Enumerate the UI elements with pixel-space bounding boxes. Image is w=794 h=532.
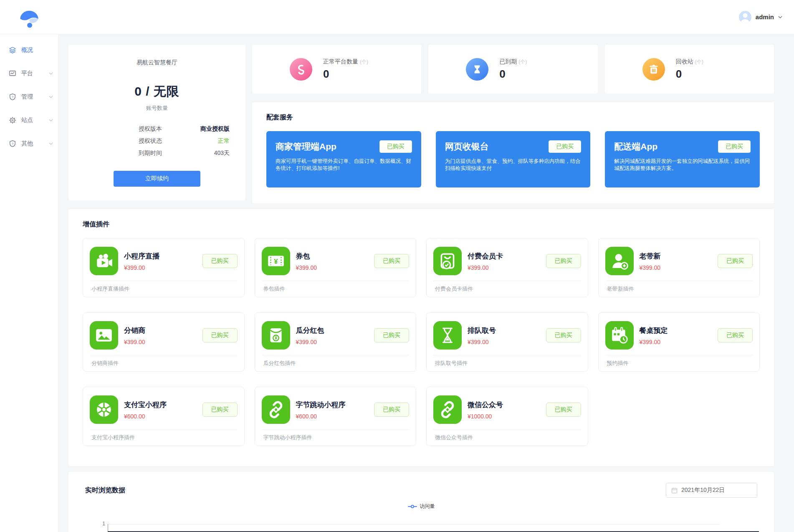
sidebar-item-overview[interactable]: 概况 bbox=[0, 38, 58, 62]
purchased-button[interactable]: 已购买 bbox=[718, 254, 753, 268]
coupon-icon: ¥ bbox=[262, 247, 290, 275]
plugin-footer: 小程序直播插件 bbox=[90, 281, 238, 293]
plugins-title: 增值插件 bbox=[83, 220, 760, 229]
stat-value: 0 bbox=[499, 68, 527, 81]
purchased-button[interactable]: 已购买 bbox=[202, 403, 238, 417]
analytics-panel: 实时浏览数据 2021年10月22日 访问量 1 bbox=[68, 472, 774, 532]
chevron-down-icon bbox=[49, 96, 53, 98]
plugin-footer: 微信公众号插件 bbox=[433, 429, 581, 441]
plugin-footer: 分销商插件 bbox=[90, 355, 238, 367]
plugin-card-member-card: 付费会员卡 ¥399.00 已购买 付费会员卡插件 bbox=[426, 238, 588, 297]
service-card-merchant-app: 商家管理端App 已购买 商家可用手机一键管理外卖订单、自提订单、数据概况、财务… bbox=[266, 131, 421, 187]
user-name: admin bbox=[756, 13, 774, 20]
plugin-card-coupon-pack: ¥ 券包 ¥399.00 已购买 券包插件 bbox=[255, 238, 417, 297]
purchased-button[interactable]: 已购买 bbox=[546, 403, 581, 417]
plugin-price: ¥399.00 bbox=[124, 264, 199, 271]
sidebar-item-label: 平台 bbox=[21, 70, 49, 77]
license-version-value: 商业授权版 bbox=[200, 123, 230, 135]
gear-icon bbox=[9, 117, 16, 124]
purchased-button[interactable]: 已购买 bbox=[718, 140, 751, 153]
svg-text:¥: ¥ bbox=[274, 258, 278, 266]
line-series-marker-icon bbox=[408, 506, 417, 507]
license-row-expiry: 到期时间 403天 bbox=[139, 147, 230, 159]
link-loop-icon bbox=[290, 58, 312, 81]
sidebar-item-manage[interactable]: ? 管理 bbox=[0, 85, 58, 109]
calendar-icon bbox=[671, 487, 678, 494]
restaurant-name: 易航云智慧餐厅 bbox=[68, 59, 245, 66]
plugin-card-distributor: 分销商 ¥399.00 已购买 分销商插件 bbox=[83, 312, 245, 372]
user-menu[interactable]: admin bbox=[739, 11, 782, 23]
plugin-card-table-reservation: 餐桌预定 ¥399.00 已购买 预约插件 bbox=[598, 312, 760, 372]
plugin-price: ¥399.00 bbox=[468, 264, 543, 271]
platform-chart-icon bbox=[9, 70, 16, 77]
service-desc: 商家可用手机一键管理外卖订单、自提订单、数据概况、财务统计、打印机添加等操作! bbox=[276, 158, 412, 172]
purchased-button[interactable]: 已购买 bbox=[374, 403, 409, 417]
sidebar-item-platform[interactable]: 平台 bbox=[0, 62, 58, 85]
plugin-price: ¥399.00 bbox=[640, 339, 715, 345]
license-row-status: 授权状态 正常 bbox=[139, 135, 230, 147]
stat-cards: 正常平台数量(个) 0 已到期(个) 0 bbox=[252, 45, 774, 94]
date-picker[interactable]: 2021年10月22日 bbox=[666, 483, 757, 498]
purchased-button[interactable]: 已购买 bbox=[546, 254, 581, 268]
sidebar-item-other[interactable]: ? 其他 bbox=[0, 132, 58, 155]
app-logo-cloud-icon bbox=[18, 6, 40, 28]
main-content: 易航云智慧餐厅 0 / 无限 账号数量 授权版本 商业授权版 授权状态 正常 到… bbox=[58, 34, 794, 532]
renew-button[interactable]: 立即续约 bbox=[114, 171, 200, 187]
plugin-card-alipay-miniapp: 支付宝小程序 ¥600.00 已购买 支付宝小程序插件 bbox=[83, 387, 245, 446]
sidebar-item-label: 其他 bbox=[21, 140, 49, 147]
services-panel: 配套服务 商家管理端App 已购买 商家可用手机一键管理外卖订单、自提订单、数据… bbox=[252, 102, 774, 203]
license-status-value: 正常 bbox=[218, 135, 230, 147]
analytics-title: 实时浏览数据 bbox=[85, 486, 125, 495]
plugin-card-queue-number: 排队取号 ¥399.00 已购买 排队取号插件 bbox=[426, 312, 588, 372]
purchased-button[interactable]: 已购买 bbox=[549, 140, 581, 153]
chevron-down-icon bbox=[49, 119, 53, 122]
plugin-price: ¥399.00 bbox=[640, 264, 715, 271]
plugin-card-referral: 老带新 ¥399.00 已购买 老带新插件 bbox=[598, 238, 760, 297]
purchased-button[interactable]: 已购买 bbox=[202, 254, 238, 268]
plugin-card-wechat-official: 微信公众号 ¥1000.00 已购买 微信公众号插件 bbox=[426, 387, 588, 446]
shield-question-icon: ? bbox=[9, 93, 16, 101]
purchased-button[interactable]: 已购买 bbox=[202, 328, 238, 342]
sidebar-item-label: 管理 bbox=[21, 93, 49, 101]
purchased-button[interactable]: 已购买 bbox=[374, 254, 409, 268]
chevron-down-icon bbox=[49, 72, 53, 75]
date-value: 2021年10月22日 bbox=[681, 486, 725, 494]
plugin-card-live-stream: 小程序直播 ¥399.00 已购买 小程序直播插件 bbox=[83, 238, 245, 297]
plugin-footer: 预约插件 bbox=[605, 355, 753, 367]
purchased-button[interactable]: 已购买 bbox=[374, 328, 409, 342]
plugin-footer: 瓜分红包插件 bbox=[262, 355, 410, 367]
license-card: 易航云智慧餐厅 0 / 无限 账号数量 授权版本 商业授权版 授权状态 正常 到… bbox=[68, 45, 245, 200]
plugin-price: ¥399.00 bbox=[296, 339, 371, 345]
purchased-button[interactable]: 已购买 bbox=[379, 140, 412, 153]
license-row-version: 授权版本 商业授权版 bbox=[139, 123, 230, 135]
plugin-price: ¥399.00 bbox=[296, 264, 371, 271]
plugin-footer: 支付宝小程序插件 bbox=[90, 429, 238, 441]
sidebar: 概况 平台 ? 管理 站点 ? 其他 bbox=[0, 34, 58, 532]
video-camera-icon bbox=[90, 247, 118, 275]
purchased-button[interactable]: 已购买 bbox=[718, 328, 753, 342]
chart-gridline bbox=[108, 524, 720, 524]
legend-item-visits[interactable]: 访问量 bbox=[85, 503, 757, 510]
svg-text:?: ? bbox=[12, 142, 14, 146]
purchased-button[interactable]: 已购买 bbox=[546, 328, 581, 342]
image-icon bbox=[90, 321, 118, 350]
trash-icon bbox=[642, 58, 665, 81]
service-desc: 为门店提供点单、堂食、预约、排队等多种店内功能，结合扫描枪实现快速支付 bbox=[445, 158, 582, 172]
stat-value: 0 bbox=[323, 68, 368, 81]
stat-card-recycle-bin: 回收站(个) 0 bbox=[605, 45, 774, 94]
plugin-price: ¥600.00 bbox=[296, 413, 371, 420]
plugin-footer: 付费会员卡插件 bbox=[433, 281, 581, 293]
sidebar-item-site[interactable]: 站点 bbox=[0, 109, 58, 132]
account-quota-label: 账号数量 bbox=[68, 104, 245, 112]
service-card-web-cashier: 网页收银台 已购买 为门店提供点单、堂食、预约、排队等多种店内功能，结合扫描枪实… bbox=[436, 131, 591, 187]
service-card-delivery-app: 配送端App 已购买 解决同城配送难题开发的一套独立的同城配送系统，提供同城配送… bbox=[605, 131, 760, 187]
plugin-footer: 券包插件 bbox=[262, 281, 410, 293]
chevron-down-icon bbox=[49, 142, 53, 145]
license-expiry-value: 403天 bbox=[214, 147, 230, 159]
service-desc: 解决同城配送难题开发的一套独立的同城配送系统，提供同城配送跑腿整体解决方案。 bbox=[614, 158, 751, 172]
shield-question-icon: ? bbox=[9, 140, 16, 147]
hourglass-icon bbox=[466, 58, 488, 81]
layers-icon bbox=[9, 46, 16, 54]
plugin-price: ¥399.00 bbox=[468, 339, 543, 345]
plugin-card-bytedance-miniapp: 字节跳动小程序 ¥600.00 已购买 字节跳动小程序插件 bbox=[255, 387, 417, 446]
